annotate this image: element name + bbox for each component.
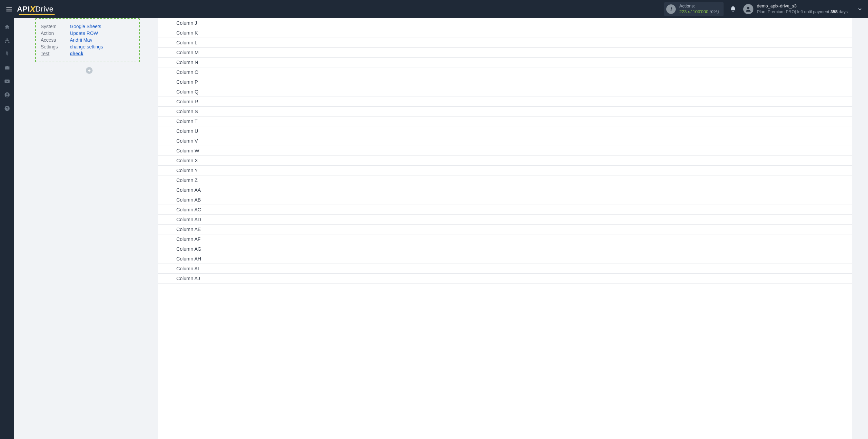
- integration-card: System Google Sheets Action Update ROW A…: [35, 18, 140, 62]
- column-item[interactable]: Column AG: [158, 244, 852, 254]
- column-item[interactable]: Column O: [158, 67, 852, 77]
- column-item[interactable]: Column AE: [158, 225, 852, 234]
- actions-limit: 100'000: [693, 9, 708, 14]
- nav-video-icon[interactable]: [0, 75, 14, 88]
- column-item[interactable]: Column K: [158, 28, 852, 38]
- svg-point-10: [6, 93, 8, 95]
- actions-of: of: [688, 9, 692, 14]
- nav-briefcase-icon[interactable]: [0, 61, 14, 75]
- actions-percent: (0%): [710, 9, 719, 14]
- column-item[interactable]: Column S: [158, 107, 852, 117]
- info-icon: i: [666, 4, 676, 14]
- user-menu[interactable]: demo_apix-drive_s3 Plan |Premium PRO| le…: [743, 3, 863, 15]
- app-logo[interactable]: API X Drive: [17, 4, 54, 15]
- svg-point-4: [6, 38, 8, 40]
- svg-point-12: [7, 109, 7, 110]
- hamburger-menu-icon[interactable]: [3, 3, 16, 16]
- nav-connections-icon[interactable]: [0, 34, 14, 47]
- column-item[interactable]: Column X: [158, 156, 852, 166]
- svg-point-5: [5, 42, 6, 43]
- add-button[interactable]: +: [86, 67, 93, 74]
- column-list: Column JColumn KColumn LColumn MColumn N…: [158, 18, 852, 284]
- plus-icon: +: [88, 68, 91, 73]
- card-value-test[interactable]: check: [70, 51, 83, 56]
- sidebar-nav: [0, 18, 14, 439]
- column-item[interactable]: Column V: [158, 136, 852, 146]
- column-item[interactable]: Column AD: [158, 215, 852, 225]
- column-item[interactable]: Column Y: [158, 166, 852, 175]
- columns-panel: Column JColumn KColumn LColumn MColumn N…: [158, 18, 852, 439]
- column-item[interactable]: Column AB: [158, 195, 852, 205]
- card-value-access[interactable]: Andrii Mav: [70, 37, 92, 43]
- logo-text-drive: Drive: [35, 5, 54, 14]
- card-row-test: Test check: [41, 50, 134, 57]
- actions-text: Actions: 223 of 100'000 (0%): [679, 3, 719, 15]
- avatar-icon: [743, 4, 753, 14]
- column-item[interactable]: Column R: [158, 97, 852, 107]
- card-label: Action: [41, 30, 70, 36]
- column-item[interactable]: Column M: [158, 48, 852, 58]
- user-info: demo_apix-drive_s3 Plan |Premium PRO| le…: [757, 3, 848, 15]
- actions-label: Actions:: [679, 3, 719, 9]
- column-item[interactable]: Column AC: [158, 205, 852, 215]
- column-item[interactable]: Column AJ: [158, 274, 852, 284]
- column-item[interactable]: Column Q: [158, 87, 852, 97]
- svg-point-3: [747, 7, 750, 9]
- left-column: System Google Sheets Action Update ROW A…: [22, 18, 158, 439]
- column-item[interactable]: Column AA: [158, 185, 852, 195]
- nav-home-icon[interactable]: [0, 20, 14, 34]
- nav-help-icon[interactable]: [0, 102, 14, 115]
- logo-text-api: API: [17, 5, 30, 14]
- chevron-down-icon: [857, 6, 863, 12]
- column-item[interactable]: Column U: [158, 126, 852, 136]
- nav-billing-icon[interactable]: [0, 47, 14, 61]
- column-item[interactable]: Column AF: [158, 234, 852, 244]
- notifications-icon[interactable]: [730, 6, 736, 13]
- column-item[interactable]: Column AI: [158, 264, 852, 274]
- card-label: Settings: [41, 44, 70, 49]
- column-item[interactable]: Column AH: [158, 254, 852, 264]
- card-row-action: Action Update ROW: [41, 30, 134, 37]
- card-row-settings: Settings change settings: [41, 43, 134, 50]
- card-label: System: [41, 24, 70, 29]
- column-item[interactable]: Column T: [158, 117, 852, 126]
- card-label: Access: [41, 37, 70, 43]
- card-value-system[interactable]: Google Sheets: [70, 24, 101, 29]
- column-item[interactable]: Column L: [158, 38, 852, 48]
- actions-counter[interactable]: i Actions: 223 of 100'000 (0%): [664, 2, 724, 16]
- app-header: API X Drive i Actions: 223 of 100'000 (0…: [0, 0, 868, 18]
- column-item[interactable]: Column P: [158, 77, 852, 87]
- column-item[interactable]: Column Z: [158, 175, 852, 185]
- card-row-system: System Google Sheets: [41, 23, 134, 30]
- column-item[interactable]: Column N: [158, 58, 852, 67]
- nav-account-icon[interactable]: [0, 88, 14, 102]
- svg-point-6: [8, 42, 9, 43]
- column-item[interactable]: Column W: [158, 146, 852, 156]
- card-value-settings[interactable]: change settings: [70, 44, 103, 49]
- column-item[interactable]: Column J: [158, 18, 852, 28]
- card-value-action[interactable]: Update ROW: [70, 30, 98, 36]
- user-name: demo_apix-drive_s3: [757, 3, 848, 9]
- logo-text-x: X: [29, 4, 36, 15]
- card-label: Test: [41, 51, 70, 56]
- page-body: System Google Sheets Action Update ROW A…: [14, 18, 868, 439]
- actions-count: 223: [679, 9, 687, 14]
- user-plan: Plan |Premium PRO| left until payment 35…: [757, 9, 848, 15]
- card-row-access: Access Andrii Mav: [41, 37, 134, 43]
- right-gutter: [852, 18, 860, 439]
